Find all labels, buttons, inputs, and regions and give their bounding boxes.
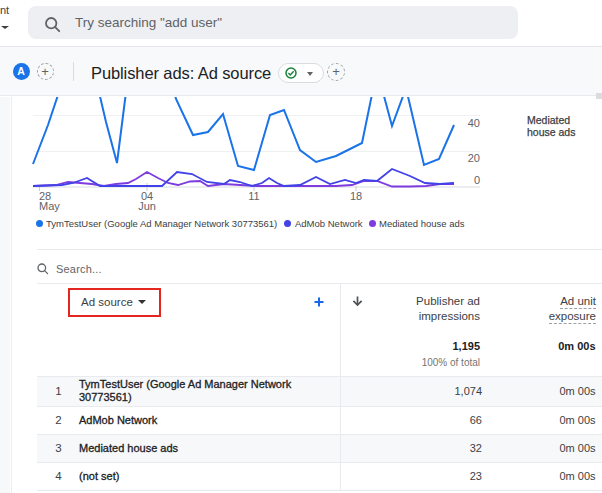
svg-text:0: 0 [474,174,480,186]
svg-text:18: 18 [350,190,362,202]
svg-text:20: 20 [468,152,480,164]
svg-text:Jun: Jun [138,200,156,212]
svg-text:May: May [39,200,60,212]
svg-text:40: 40 [468,117,480,129]
svg-text:11: 11 [248,190,259,202]
